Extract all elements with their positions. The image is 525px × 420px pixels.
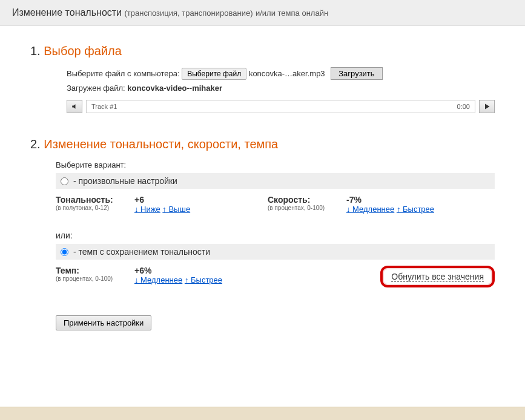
speed-hint: (в процентах, 0-100) bbox=[268, 205, 346, 211]
radio-row-tempo[interactable]: - темп с сохранением тональности bbox=[56, 244, 495, 260]
loaded-prefix: Загружен файл: bbox=[67, 84, 125, 93]
speed-faster-link[interactable]: ↑ Быстрее bbox=[397, 205, 434, 214]
footer-strip bbox=[0, 407, 525, 420]
speed-label: Скорость: bbox=[268, 195, 346, 205]
tone-lower-link[interactable]: ↓ Ниже bbox=[134, 205, 160, 214]
play-icon bbox=[483, 103, 490, 110]
mute-button[interactable] bbox=[67, 100, 82, 113]
tone-label: Тональность: bbox=[56, 195, 134, 205]
play-button[interactable] bbox=[479, 100, 495, 113]
tempo-value: +6% bbox=[134, 266, 237, 275]
tempo-faster-link[interactable]: ↑ Быстрее bbox=[185, 275, 222, 284]
radio-custom[interactable] bbox=[61, 177, 68, 185]
reset-all-link[interactable]: Обнулить все значения bbox=[391, 272, 484, 282]
apply-settings-button[interactable]: Применить настройки bbox=[56, 315, 151, 330]
audio-player: Track #1 0:00 bbox=[67, 100, 495, 113]
track-progress[interactable]: Track #1 0:00 bbox=[86, 100, 475, 113]
header-tail: и/или темпа онлайн bbox=[256, 8, 328, 18]
or-label: или: bbox=[56, 231, 495, 240]
radio-custom-label: - произвольные настройки bbox=[73, 176, 177, 186]
header-sub: (транспозиция, транспонирование) bbox=[125, 8, 253, 18]
page-header: Изменение тональности (транспозиция, тра… bbox=[0, 0, 525, 26]
radio-tempo-label: - темп с сохранением тональности bbox=[73, 247, 210, 257]
upload-button[interactable]: Загрузить bbox=[331, 67, 382, 80]
section1-heading: 1. Выбор файла bbox=[30, 44, 495, 58]
tone-higher-link[interactable]: ↑ Выше bbox=[162, 205, 190, 214]
tone-value: +6 bbox=[134, 195, 237, 205]
choose-variant-label: Выберите вариант: bbox=[56, 160, 495, 169]
reset-highlight: Обнулить все значения bbox=[380, 266, 495, 287]
choose-file-button[interactable]: Выберите файл bbox=[182, 68, 246, 80]
tempo-slower-link[interactable]: ↓ Медленнее bbox=[134, 275, 182, 284]
section1-title: Выбор файла bbox=[44, 44, 122, 57]
radio-tempo[interactable] bbox=[61, 248, 68, 256]
section2-heading: 2. Изменение тональности, скорости, темп… bbox=[30, 137, 495, 151]
chosen-file-name: koncovka-…aker.mp3 bbox=[249, 69, 325, 78]
header-title: Изменение тональности bbox=[12, 7, 122, 18]
choose-file-label: Выберите файл с компьютера: bbox=[67, 69, 180, 78]
radio-row-custom[interactable]: - произвольные настройки bbox=[56, 173, 495, 189]
speaker-icon bbox=[71, 103, 78, 110]
section1-num: 1. bbox=[30, 44, 41, 57]
tempo-label: Темп: bbox=[56, 266, 134, 275]
tempo-hint: (в процентах, 0-100) bbox=[56, 275, 134, 282]
speed-value: -7% bbox=[346, 195, 434, 205]
section2-title: Изменение тональности, скорости, темпа bbox=[44, 137, 278, 151]
section2-num: 2. bbox=[30, 137, 41, 151]
loaded-file-name: koncovka-video--mihaker bbox=[127, 84, 222, 93]
tone-hint: (в полутонах, 0-12) bbox=[56, 205, 134, 211]
speed-slower-link[interactable]: ↓ Медленнее bbox=[346, 205, 394, 214]
track-time: 0:00 bbox=[457, 103, 470, 110]
track-label: Track #1 bbox=[91, 103, 117, 110]
